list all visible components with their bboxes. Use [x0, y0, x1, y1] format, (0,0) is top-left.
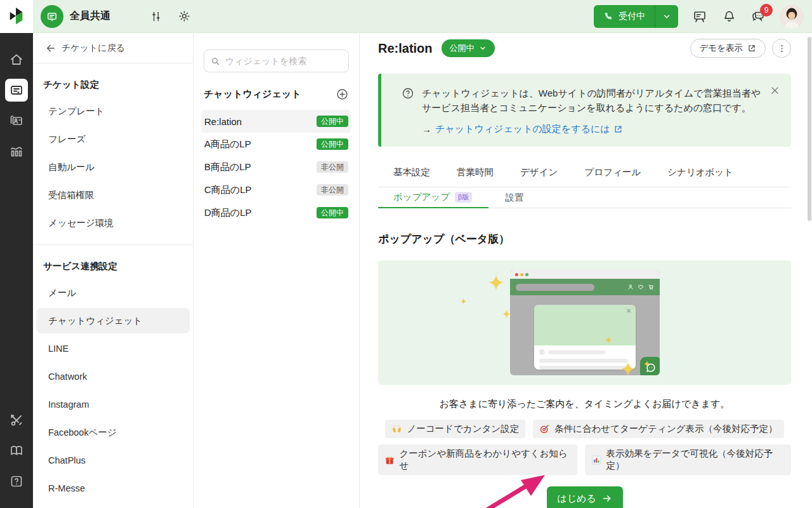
widget-item-d-lp[interactable]: D商品のLP 公開中	[201, 201, 351, 224]
rail-contacts-button[interactable]	[5, 109, 28, 132]
reception-status-button[interactable]: 受付中	[594, 5, 678, 28]
raised-hands-icon	[391, 424, 402, 434]
ticket-icon	[9, 83, 24, 98]
widget-name: A商品のLP	[204, 138, 251, 150]
relation-logo[interactable]	[0, 0, 33, 33]
contacts-icon	[9, 113, 24, 128]
sidebar-item-facebook[interactable]: Facebookページ	[33, 418, 193, 446]
status-badge: 公開中	[317, 207, 348, 218]
more-options-button[interactable]	[772, 39, 791, 58]
external-link-icon	[747, 44, 756, 53]
tab-design[interactable]: デザイン	[520, 166, 558, 187]
kebab-icon	[777, 44, 787, 53]
status-dropdown-button[interactable]	[655, 5, 678, 28]
tools-icon	[9, 413, 24, 428]
chevron-down-icon	[479, 44, 487, 52]
back-to-tickets-link[interactable]: チケットに戻る	[33, 33, 193, 64]
sidebar-item-chat-widget[interactable]: チャットウィジェット	[36, 308, 190, 333]
widget-search-box[interactable]	[204, 50, 349, 72]
sparkle-icon	[488, 275, 504, 290]
book-icon	[9, 443, 24, 458]
sidebar-item-template[interactable]: テンプレート	[33, 97, 193, 125]
start-button[interactable]: はじめる	[547, 486, 623, 508]
info-close-button[interactable]	[770, 86, 780, 98]
search-icon	[211, 56, 220, 67]
workspace-ticket-icon	[41, 5, 63, 28]
feature-chip-label: 表示効果をデータで可視化（今後対応予定）	[606, 448, 785, 472]
mock-cart-icon	[648, 284, 654, 290]
ticket-settings-heading: チケット設定	[33, 64, 193, 97]
sidebar-item-auto-rules[interactable]: 自動ルール	[33, 153, 193, 181]
mock-popup-card: ✕	[534, 305, 636, 370]
notification-bell-icon[interactable]	[721, 9, 737, 24]
sidebar-item-chatwork[interactable]: Chatwork	[33, 363, 193, 391]
main-tabs: 基本設定 営業時間 デザイン プロフィール シナリオボット	[378, 166, 791, 187]
sparkle-icon	[502, 310, 511, 318]
rail-tools-button[interactable]	[5, 409, 28, 432]
close-icon	[770, 86, 780, 95]
arrow-right-icon	[602, 493, 612, 504]
rail-tickets-button[interactable]	[5, 79, 28, 102]
sparkle-icon	[621, 362, 635, 376]
relation-logo-icon	[7, 7, 26, 26]
traffic-dot-red	[515, 273, 518, 276]
scrollbar[interactable]	[808, 37, 811, 221]
gift-icon	[384, 455, 395, 465]
show-demo-button[interactable]: デモを表示	[690, 39, 766, 58]
subtab-popup-label: ポップアップ	[393, 191, 450, 203]
sidebar-item-phrases[interactable]: フレーズ	[33, 125, 193, 153]
tab-basic-settings[interactable]: 基本設定	[393, 166, 430, 187]
gear-icon[interactable]	[176, 9, 192, 24]
sidebar-item-instagram[interactable]: Instagram	[33, 391, 193, 418]
feature-chip-analytics: 表示効果をデータで可視化（今後対応予定）	[585, 444, 791, 475]
rail-help-button[interactable]	[5, 470, 28, 493]
widget-name: B商品のLP	[204, 161, 251, 173]
sidebar-item-yahoo[interactable]: Yahoo!	[33, 502, 193, 508]
rail-docs-button[interactable]	[5, 439, 28, 462]
widget-item-relation[interactable]: Re:lation 公開中	[201, 110, 351, 133]
widget-item-c-lp[interactable]: C商品のLP 非公開	[201, 178, 351, 201]
subtab-install[interactable]: 設置	[488, 187, 540, 208]
publish-status-dropdown[interactable]: 公開中	[442, 39, 495, 57]
sidebar-item-line[interactable]: LINE	[33, 335, 193, 363]
sidebar-item-message-env[interactable]: メッセージ環境	[33, 209, 193, 237]
sidebar-item-inbox-permissions[interactable]: 受信箱権限	[33, 181, 193, 209]
feature-chip-targeting: 条件に合わせてターゲティング表示（今後対応予定）	[533, 420, 783, 438]
app-window: 全員共通	[0, 0, 812, 508]
nav-rail	[0, 33, 33, 508]
subtab-popup[interactable]: ポップアップ β版	[378, 187, 488, 208]
chevron-down-icon	[662, 12, 671, 21]
tab-profile[interactable]: プロフィール	[584, 166, 641, 187]
external-link-icon	[613, 124, 623, 134]
sidebar-item-chatplus[interactable]: ChatPlus	[33, 446, 193, 474]
board-icon[interactable]	[692, 9, 707, 24]
organize-icon[interactable]	[148, 9, 164, 24]
mock-user-icon	[627, 284, 634, 290]
notification-count-badge: 9	[760, 4, 773, 17]
widget-item-b-lp[interactable]: B商品のLP 非公開	[201, 156, 351, 178]
rail-home-button[interactable]	[5, 48, 28, 71]
workspace-name: 全員共通	[70, 10, 110, 23]
workspace-chip[interactable]: 全員共通	[41, 5, 110, 28]
info-arrow: →	[422, 124, 431, 135]
feature-chip-label: 条件に合わせてターゲティング表示（今後対応予定）	[554, 423, 777, 435]
traffic-dot-green	[525, 273, 528, 276]
tab-business-hours[interactable]: 営業時間	[457, 166, 494, 187]
widget-search-input[interactable]	[225, 56, 342, 66]
rail-analytics-button[interactable]	[5, 140, 28, 163]
widget-name: D商品のLP	[204, 207, 252, 219]
widget-item-a-lp[interactable]: A商品のLP 公開中	[201, 133, 351, 156]
widget-settings-help-link[interactable]: チャットウィジェットの設定をするには	[435, 123, 623, 135]
sidebar-item-rmesse[interactable]: R-Messe	[33, 474, 193, 502]
add-widget-button[interactable]	[336, 88, 349, 101]
user-avatar[interactable]	[780, 4, 804, 29]
popup-illustration: ✕	[378, 260, 791, 385]
browser-mockup: ✕	[510, 270, 660, 375]
widget-name: Re:lation	[204, 116, 242, 127]
tab-scenario-bot[interactable]: シナリオボット	[667, 166, 733, 187]
bar-chart-icon	[591, 455, 601, 465]
reception-status-label: 受付中	[619, 11, 645, 22]
help-icon	[9, 474, 24, 489]
widget-list-panel: チャットウィジェット Re:lation 公開中 A商品のLP 公開中 B商品の…	[193, 33, 360, 508]
sidebar-item-mail[interactable]: メール	[33, 279, 193, 307]
